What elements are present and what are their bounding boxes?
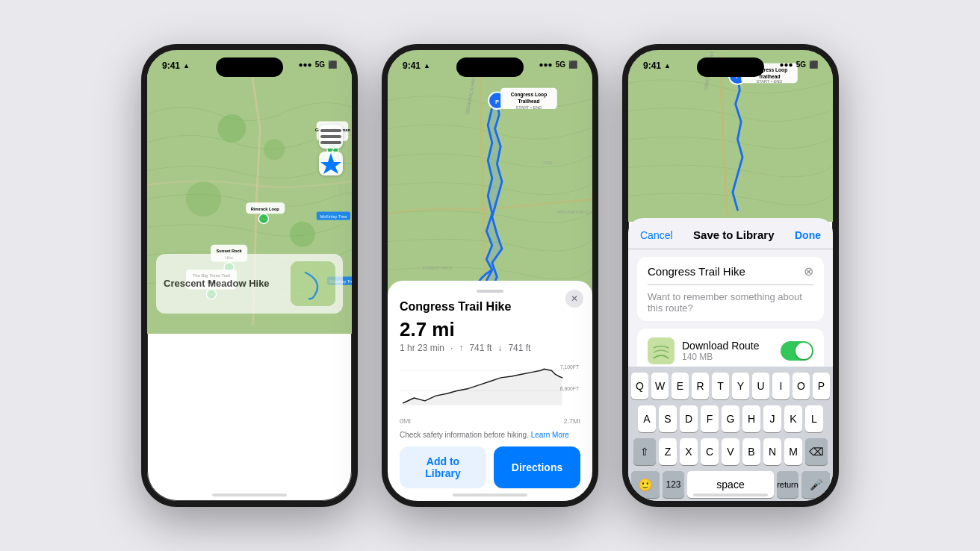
svg-text:WOLVERTON-CLOVER: WOLVERTON-CLOVER bbox=[557, 210, 592, 214]
svg-text:7,100FT: 7,100FT bbox=[560, 364, 579, 370]
svg-rect-33 bbox=[320, 135, 341, 138]
key-F[interactable]: F bbox=[701, 405, 719, 432]
keyboard: Q W E R T Y U I O P A S D F G bbox=[628, 367, 833, 501]
key-P[interactable]: P bbox=[813, 373, 830, 399]
key-G[interactable]: G bbox=[722, 405, 739, 432]
key-N[interactable]: N bbox=[763, 438, 781, 465]
elevation-chart: 7,100FT 6,800FT bbox=[400, 361, 580, 413]
cancel-btn[interactable]: Cancel bbox=[640, 229, 673, 241]
phone-search: 9:41 ▲ ●●● 5G ⬛ bbox=[141, 44, 358, 507]
status-time-3: 9:41 ▲ bbox=[643, 60, 671, 71]
key-Q[interactable]: Q bbox=[631, 373, 648, 399]
key-M[interactable]: M bbox=[784, 438, 802, 465]
download-info: Download Route 140 MB bbox=[682, 340, 773, 362]
directions-btn[interactable]: Directions bbox=[494, 446, 580, 488]
toggle-knob bbox=[796, 343, 812, 359]
download-row: Download Route 140 MB bbox=[648, 337, 813, 364]
svg-point-1 bbox=[217, 114, 246, 143]
kb-row-3: ⇧ Z X C V B N M ⌫ bbox=[631, 438, 830, 465]
key-mic[interactable]: 🎤 bbox=[801, 471, 830, 498]
status-right-2: ●●● 5G ⬛ bbox=[539, 60, 577, 69]
trail-detail-title: Congress Trail Hike bbox=[400, 300, 580, 314]
map-controls-1 bbox=[319, 125, 343, 175]
svg-point-3 bbox=[186, 181, 221, 217]
svg-text:P: P bbox=[495, 99, 499, 105]
dynamic-island-1 bbox=[216, 57, 283, 77]
input-clear-icon[interactable]: ⊗ bbox=[804, 264, 813, 278]
home-indicator-3 bbox=[693, 494, 768, 496]
location-btn[interactable] bbox=[319, 152, 343, 175]
key-E[interactable]: E bbox=[672, 373, 689, 399]
status-right-1: ●●● 5G ⬛ bbox=[299, 60, 337, 69]
dynamic-island-3 bbox=[697, 57, 764, 77]
kb-row-2: A S D F G H J K L bbox=[631, 405, 830, 432]
svg-text:FOREST PATH: FOREST PATH bbox=[423, 266, 452, 270]
phones-container: 9:41 ▲ ●●● 5G ⬛ bbox=[126, 29, 854, 522]
trail-name-input[interactable]: Congress Trail Hike ⊗ bbox=[648, 264, 813, 278]
key-O[interactable]: O bbox=[793, 373, 810, 399]
svg-text:7200: 7200 bbox=[543, 161, 553, 165]
key-D[interactable]: D bbox=[680, 405, 698, 432]
trail-thumb-crescent bbox=[291, 261, 335, 306]
trail-name-crescent: Crescent Meadow Hike bbox=[164, 278, 283, 289]
save-to-library-modal: Cancel Save to Library Done Congress Tra… bbox=[628, 218, 833, 501]
key-shift[interactable]: ⇧ bbox=[633, 438, 656, 465]
download-toggle[interactable] bbox=[781, 341, 813, 361]
status-time-1: 9:41 ▲ bbox=[162, 60, 190, 71]
key-L[interactable]: L bbox=[805, 405, 823, 432]
svg-rect-61 bbox=[648, 337, 674, 364]
download-map-icon bbox=[648, 337, 674, 364]
key-H[interactable]: H bbox=[742, 405, 760, 432]
key-K[interactable]: K bbox=[784, 405, 802, 432]
trail-detail-distance: 2.7 mi bbox=[400, 318, 580, 341]
key-B[interactable]: B bbox=[742, 438, 760, 465]
modal-title: Save to Library bbox=[693, 228, 774, 241]
key-C[interactable]: C bbox=[701, 438, 719, 465]
key-W[interactable]: W bbox=[651, 373, 669, 399]
learn-more-link[interactable]: Learn More bbox=[531, 431, 569, 439]
svg-point-2 bbox=[264, 139, 285, 160]
key-T[interactable]: T bbox=[712, 373, 729, 399]
svg-rect-32 bbox=[320, 129, 341, 132]
svg-text:McKinley Tree: McKinley Tree bbox=[320, 214, 347, 219]
key-A[interactable]: A bbox=[638, 405, 656, 432]
svg-text:Trailhead: Trailhead bbox=[518, 99, 539, 104]
key-I[interactable]: I bbox=[772, 373, 790, 399]
card-close-btn[interactable]: ✕ bbox=[565, 290, 583, 308]
trail-name-section: Congress Trail Hike ⊗ Want to remember s… bbox=[637, 257, 824, 321]
status-time-2: 9:41 ▲ bbox=[403, 60, 430, 71]
download-title: Download Route bbox=[682, 340, 773, 352]
key-Y[interactable]: Y bbox=[732, 373, 749, 399]
input-divider bbox=[648, 284, 813, 285]
svg-text:START • END: START • END bbox=[515, 105, 542, 110]
kb-row-1: Q W E R T Y U I O P bbox=[631, 373, 830, 399]
key-X[interactable]: X bbox=[680, 438, 698, 465]
key-R[interactable]: R bbox=[692, 373, 709, 399]
key-emoji[interactable]: 🙂 bbox=[631, 471, 660, 498]
drag-handle-2 bbox=[477, 290, 503, 293]
key-Z[interactable]: Z bbox=[659, 438, 677, 465]
trail-detail-time: 1 hr 23 min · ↑ 741 ft ↓ 741 ft bbox=[400, 343, 580, 353]
chart-labels: 0MI 2.7MI bbox=[400, 417, 580, 425]
card-buttons: Add to Library Directions bbox=[400, 446, 580, 488]
safety-text: Check safety information before hiking. … bbox=[400, 431, 580, 439]
key-numbers[interactable]: 123 bbox=[663, 471, 684, 498]
map-layers-btn[interactable] bbox=[319, 125, 343, 149]
key-return[interactable]: return bbox=[777, 471, 798, 498]
key-V[interactable]: V bbox=[722, 438, 739, 465]
add-to-library-btn[interactable]: Add to Library bbox=[400, 446, 486, 488]
key-U[interactable]: U bbox=[752, 373, 769, 399]
download-size: 140 MB bbox=[682, 352, 773, 362]
key-S[interactable]: S bbox=[659, 405, 677, 432]
svg-text:Congress Loop: Congress Loop bbox=[511, 92, 547, 98]
home-indicator-1 bbox=[212, 494, 287, 496]
key-J[interactable]: J bbox=[763, 405, 781, 432]
trail-item-crescent[interactable]: Crescent Meadow Hike bbox=[156, 254, 343, 314]
key-delete[interactable]: ⌫ bbox=[805, 438, 828, 465]
svg-rect-37 bbox=[291, 261, 335, 306]
status-right-3: ●●● 5G ⬛ bbox=[780, 60, 818, 69]
done-btn[interactable]: Done bbox=[795, 229, 821, 241]
note-field[interactable]: Want to remember something about this ro… bbox=[648, 291, 813, 314]
trail-detail-card: ✕ Congress Trail Hike 2.7 mi 1 hr 23 min… bbox=[388, 281, 592, 501]
trail-info-crescent: Crescent Meadow Hike bbox=[164, 278, 283, 290]
